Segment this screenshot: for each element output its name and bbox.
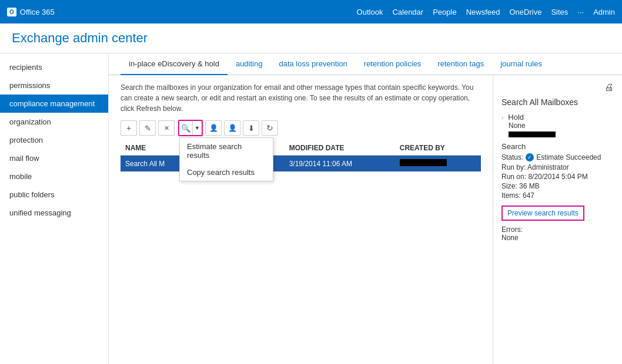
- office-logo-icon: O: [7, 8, 16, 16]
- delete-button[interactable]: ✕: [158, 120, 175, 136]
- col-created-by: CREATED BY: [395, 141, 481, 156]
- run-on-line: Run on: 8/20/2014 5:04 PM: [501, 173, 614, 181]
- cell-created-by: [395, 156, 481, 172]
- status-value: Estimate Succeeded: [536, 153, 601, 161]
- sidebar-item-compliance-management[interactable]: compliance management: [0, 95, 108, 113]
- results-table: NAME HOLD STATUS MODIFIED DATE CREATED B…: [121, 141, 481, 172]
- search-dropdown-group: 🔍 ▼ Estimate search results Copy search …: [178, 120, 203, 136]
- table-section: Search the mailboxes in your organizatio…: [109, 75, 493, 364]
- search-button[interactable]: 🔍: [179, 121, 192, 135]
- nav-ellipsis[interactable]: ···: [577, 8, 584, 16]
- copy-search-results[interactable]: Copy search results: [180, 164, 273, 181]
- nav-link-outlook[interactable]: Outlook: [357, 8, 383, 16]
- sidebar: recipients permissions compliance manage…: [0, 53, 109, 364]
- tab-bar: in-place eDiscovery & hold auditing data…: [109, 53, 622, 75]
- tab-ediscovery[interactable]: in-place eDiscovery & hold: [121, 53, 228, 75]
- person-search-button[interactable]: 👤: [205, 120, 222, 136]
- page-title: Exchange admin center: [12, 31, 610, 46]
- description-text: Search the mailboxes in your organizatio…: [121, 82, 481, 114]
- add-button[interactable]: +: [121, 120, 137, 136]
- export-button[interactable]: ⬇: [243, 120, 259, 136]
- sidebar-item-recipients[interactable]: recipients: [0, 58, 108, 76]
- nav-links: Outlook Calendar People Newsfeed OneDriv…: [357, 8, 615, 16]
- page-title-bar: Exchange admin center: [0, 23, 622, 53]
- errors-line: Errors: None: [501, 225, 614, 242]
- status-label: Status:: [501, 153, 523, 161]
- nav-link-sites[interactable]: Sites: [551, 8, 568, 16]
- status-ok-icon: ✓: [526, 153, 534, 161]
- hold-redacted: [509, 132, 556, 137]
- edit-button[interactable]: ✎: [139, 120, 156, 136]
- refresh-button[interactable]: ↻: [262, 120, 278, 136]
- detail-title: Search All Mailboxes: [501, 97, 614, 107]
- sidebar-item-permissions[interactable]: permissions: [0, 76, 108, 95]
- sidebar-item-mobile[interactable]: mobile: [0, 167, 108, 186]
- sidebar-item-public-folders[interactable]: public folders: [0, 186, 108, 204]
- estimate-search-results[interactable]: Estimate search results: [180, 138, 273, 164]
- nav-link-newsfeed[interactable]: Newsfeed: [466, 8, 500, 16]
- nav-link-people[interactable]: People: [433, 8, 456, 16]
- tab-journal-rules[interactable]: journal rules: [492, 53, 550, 75]
- cell-modified-date: 3/19/2014 11:06 AM: [285, 156, 395, 172]
- top-navigation: O Office 365 Outlook Calendar People New…: [0, 0, 622, 23]
- tab-dlp[interactable]: data loss prevention: [270, 53, 355, 75]
- sidebar-item-protection[interactable]: protection: [0, 131, 108, 149]
- logo-text: Office 365: [20, 8, 55, 16]
- admin-link[interactable]: Admin: [593, 8, 615, 16]
- search-dropdown-arrow[interactable]: ▼: [192, 121, 202, 135]
- tab-retention-tags[interactable]: retention tags: [429, 53, 492, 75]
- size-line: Size: 36 MB: [501, 182, 614, 190]
- tab-retention-policies[interactable]: retention policies: [356, 53, 430, 75]
- app-container: Exchange admin center recipients permiss…: [0, 23, 622, 364]
- person-check-button[interactable]: 👤: [224, 120, 240, 136]
- nav-link-onedrive[interactable]: OneDrive: [509, 8, 541, 16]
- run-by-line: Run by: Administrator: [501, 163, 614, 171]
- sidebar-item-mail-flow[interactable]: mail flow: [0, 149, 108, 167]
- panel-area: Search the mailboxes in your organizatio…: [109, 75, 622, 364]
- detail-panel: 🖨 Search All Mailboxes · Hold None Searc…: [493, 75, 622, 364]
- hold-bullet: ·: [501, 113, 503, 122]
- hold-value: None: [509, 122, 614, 130]
- nav-link-calendar[interactable]: Calendar: [392, 8, 423, 16]
- status-line: Status: ✓ Estimate Succeeded: [501, 153, 614, 161]
- search-dropdown-menu: Estimate search results Copy search resu…: [179, 137, 273, 181]
- print-icon[interactable]: 🖨: [501, 82, 614, 93]
- preview-search-results-button[interactable]: Preview search results: [501, 205, 584, 221]
- search-section-label: Search: [501, 142, 614, 151]
- items-line: Items: 647: [501, 191, 614, 200]
- content-area: recipients permissions compliance manage…: [0, 53, 622, 364]
- tab-auditing[interactable]: auditing: [228, 53, 271, 75]
- toolbar: + ✎ ✕ 🔍 ▼ Estimate search results Copy s…: [121, 120, 481, 136]
- sidebar-item-unified-messaging[interactable]: unified messaging: [0, 204, 108, 222]
- table-row[interactable]: Search All M 3/19/2014 11:06 AM: [121, 156, 481, 172]
- hold-label: Hold: [508, 113, 524, 122]
- sidebar-item-organization[interactable]: organization: [0, 113, 108, 131]
- col-modified-date: MODIFIED DATE: [285, 141, 395, 156]
- main-content: in-place eDiscovery & hold auditing data…: [109, 53, 622, 364]
- logo: O Office 365: [7, 8, 55, 16]
